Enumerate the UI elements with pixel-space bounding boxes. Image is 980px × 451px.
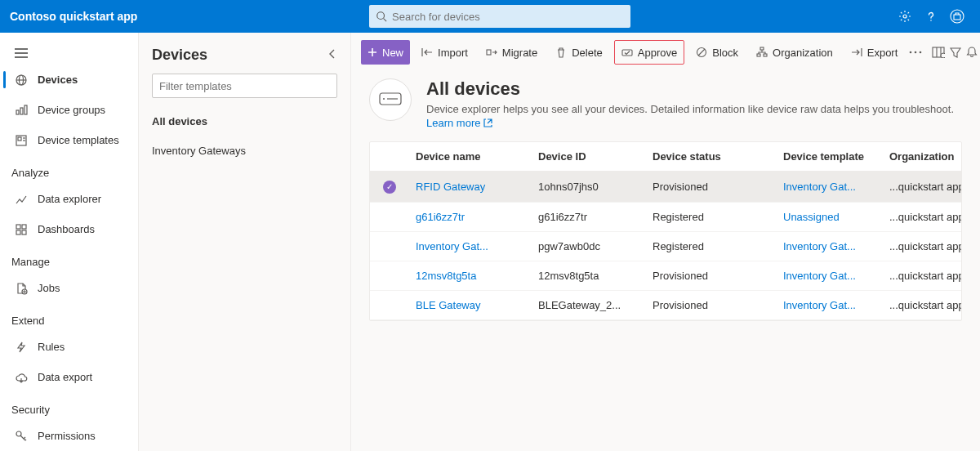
nav-item-rules[interactable]: Rules xyxy=(0,332,138,362)
filter-button[interactable] xyxy=(950,40,961,65)
table-row[interactable]: 12msv8tg5ta12msv8tg5taProvisionedInvento… xyxy=(370,261,962,290)
col-header[interactable]: Organization xyxy=(883,142,962,172)
app-header: Contoso quickstart app xyxy=(0,0,980,33)
more-commands-button[interactable] xyxy=(909,40,922,65)
col-header[interactable]: Device status xyxy=(646,142,777,172)
learn-more-label: Learn more xyxy=(426,117,480,129)
col-header[interactable]: Device ID xyxy=(532,142,646,172)
learn-more-link[interactable]: Learn more xyxy=(426,117,492,129)
cell-organization: ...quickstart app xyxy=(883,261,962,290)
table-row[interactable]: BLE GatewayBLEGateway_2...ProvisionedInv… xyxy=(370,290,962,319)
panel-collapse-button[interactable] xyxy=(327,47,337,62)
table-row[interactable]: ✓RFID Gateway1ohns07jhs0ProvisionedInven… xyxy=(370,172,962,203)
organization-label: Organization xyxy=(773,47,833,59)
table-row[interactable]: g61i6zz7trg61i6zz7trRegisteredUnassigned… xyxy=(370,202,962,231)
col-select[interactable] xyxy=(370,142,409,172)
cell-device-template[interactable]: Inventory Gat... xyxy=(777,172,883,203)
nav-section-extend: Extend xyxy=(0,303,138,332)
nav-item-jobs[interactable]: Jobs xyxy=(0,273,138,303)
block-button[interactable]: Block xyxy=(689,40,745,65)
template-item[interactable]: Inventory Gateways xyxy=(152,136,337,165)
approve-button[interactable]: Approve xyxy=(614,40,684,65)
cell-device-template[interactable]: Unassigned xyxy=(777,202,883,231)
cell-device-template[interactable]: Inventory Gat... xyxy=(777,290,883,319)
nav-item-label: Dashboards xyxy=(38,223,95,235)
organization-button[interactable]: Organization xyxy=(750,40,840,65)
cell-device-id: BLEGateway_2... xyxy=(532,290,646,319)
notifications-button[interactable] xyxy=(966,40,978,65)
row-select[interactable] xyxy=(370,290,409,319)
svg-rect-31 xyxy=(764,54,767,56)
delete-button[interactable]: Delete xyxy=(549,40,609,65)
key-icon xyxy=(15,430,28,443)
nav-toggle[interactable] xyxy=(0,41,138,65)
cell-device-id: pgw7awb0dc xyxy=(532,231,646,261)
help-button[interactable] xyxy=(918,3,944,29)
trash-icon xyxy=(555,47,567,58)
nav-item-devices[interactable]: Devices xyxy=(0,65,138,95)
export-button[interactable]: Export xyxy=(844,40,905,65)
nav-section-security: Security xyxy=(0,392,138,421)
template-icon xyxy=(15,134,28,147)
svg-point-3 xyxy=(930,20,932,21)
import-button[interactable]: Import xyxy=(415,40,474,65)
cell-device-template[interactable]: Inventory Gat... xyxy=(777,261,883,290)
external-link-icon xyxy=(483,118,492,127)
svg-point-2 xyxy=(903,15,906,18)
question-icon xyxy=(924,10,938,23)
chevron-left-icon xyxy=(327,49,337,59)
cell-device-name[interactable]: RFID Gateway xyxy=(409,172,532,203)
search-box[interactable] xyxy=(369,5,630,28)
row-select[interactable] xyxy=(370,261,409,290)
svg-rect-26 xyxy=(622,50,632,56)
nav-section-manage: Manage xyxy=(0,244,138,273)
plus-icon xyxy=(368,47,377,57)
edit-columns-button[interactable] xyxy=(932,40,945,65)
bar-icon xyxy=(15,104,28,117)
block-icon xyxy=(696,47,707,58)
nav-item-data-export[interactable]: Data export xyxy=(0,362,138,392)
new-label: New xyxy=(382,47,403,59)
app-title: Contoso quickstart app xyxy=(10,10,369,23)
template-item[interactable]: All devices xyxy=(152,106,337,136)
import-icon xyxy=(421,47,433,58)
cell-device-name[interactable]: g61i6zz7tr xyxy=(409,202,532,231)
cell-device-name[interactable]: 12msv8tg5ta xyxy=(409,261,532,290)
nav-item-device-groups[interactable]: Device groups xyxy=(0,95,138,125)
page-description: Device explorer helps you see all your d… xyxy=(426,103,954,115)
nav-item-data-explorer[interactable]: Data explorer xyxy=(0,184,138,214)
svg-rect-30 xyxy=(757,54,760,56)
grid-icon xyxy=(15,223,28,236)
search-input[interactable] xyxy=(392,11,624,23)
row-select[interactable] xyxy=(370,202,409,231)
svg-rect-16 xyxy=(18,137,21,141)
nav-item-label: Data explorer xyxy=(38,193,101,205)
table-row[interactable]: Inventory Gat...pgw7awb0dcRegisteredInve… xyxy=(370,231,962,261)
col-header[interactable]: Device template xyxy=(777,142,883,172)
account-button[interactable] xyxy=(944,3,970,29)
nav-item-dashboards[interactable]: Dashboards xyxy=(0,214,138,244)
settings-button[interactable] xyxy=(892,3,918,29)
nav-item-label: Device groups xyxy=(38,104,105,116)
svg-rect-19 xyxy=(16,225,20,229)
row-select[interactable]: ✓ xyxy=(370,172,409,203)
cell-device-name[interactable]: BLE Gateway xyxy=(409,290,532,319)
row-select[interactable] xyxy=(370,231,409,261)
nav-item-permissions[interactable]: Permissions xyxy=(0,421,138,451)
col-header[interactable]: Device name xyxy=(409,142,532,172)
page-title: All devices xyxy=(426,78,954,100)
org-icon xyxy=(756,47,768,58)
check-icon: ✓ xyxy=(383,181,396,194)
new-button[interactable]: New xyxy=(361,40,410,65)
nav-item-label: Devices xyxy=(38,74,78,86)
migrate-button[interactable]: Migrate xyxy=(479,40,544,65)
cell-device-name[interactable]: Inventory Gat... xyxy=(409,231,532,261)
cell-organization: ...quickstart app xyxy=(883,290,962,319)
nav-section-analyze: Analyze xyxy=(0,155,138,184)
cell-device-template[interactable]: Inventory Gat... xyxy=(777,231,883,261)
svg-rect-5 xyxy=(954,15,960,20)
cell-organization: ...quickstart app xyxy=(883,172,962,203)
svg-rect-22 xyxy=(22,230,26,234)
nav-item-device-templates[interactable]: Device templates xyxy=(0,125,138,155)
filter-templates-input[interactable] xyxy=(152,74,337,98)
